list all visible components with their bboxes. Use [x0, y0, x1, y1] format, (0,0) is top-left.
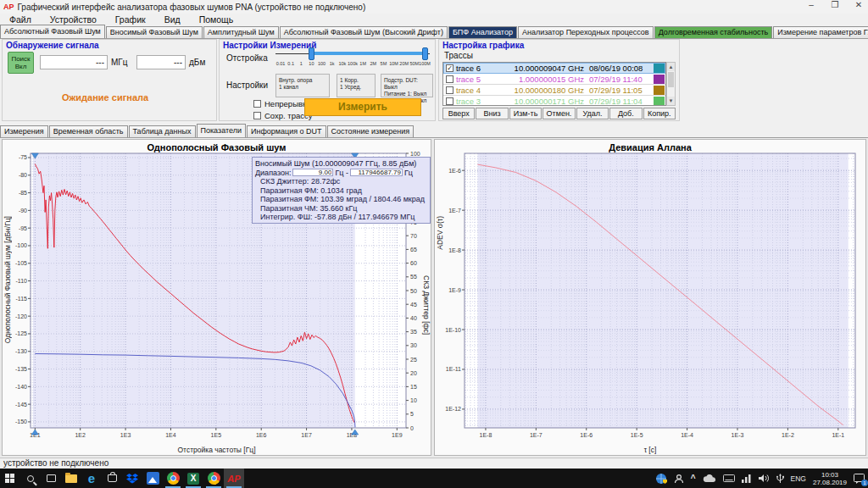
panel-header: Обнаружение сигнала	[6, 41, 99, 50]
taskbar-search-button[interactable]	[20, 469, 41, 488]
dropbox-button[interactable]	[122, 469, 142, 488]
chrome-button[interactable]	[163, 469, 183, 488]
device-button[interactable]	[720, 469, 738, 488]
trace-table-scrollbar[interactable]: ▲ ▼	[666, 62, 676, 106]
trace-checkbox[interactable]	[446, 97, 453, 105]
onedrive-button[interactable]	[699, 469, 720, 488]
main-tab-2[interactable]: Амплитудный Шум	[203, 26, 279, 38]
main-tab-5[interactable]: Анализатор Переходных процессов	[518, 26, 654, 38]
chrome-icon	[167, 472, 180, 485]
trace-checkbox[interactable]	[446, 86, 453, 94]
network-signal-button[interactable]	[738, 469, 755, 488]
trace-button-4[interactable]: Удал.	[576, 108, 609, 119]
svg-text:1E-8: 1E-8	[480, 432, 492, 438]
svg-text:10: 10	[410, 397, 417, 403]
menu-item-4[interactable]: Помощь	[190, 14, 243, 25]
trace-button-2[interactable]: Изм-ть	[509, 108, 542, 119]
start-button[interactable]	[0, 469, 20, 488]
edge-icon: e	[88, 472, 95, 485]
correlation-settings-box[interactable]: 1 Корр. 1 Усред.	[337, 74, 376, 97]
main-tab-3[interactable]: Абсолютный Фазовый Шум (Высокий Дрифт)	[280, 26, 448, 38]
slider-handle-low[interactable]	[309, 47, 314, 60]
svg-text:60: 60	[410, 260, 417, 266]
maximize-button[interactable]: ❐	[829, 0, 841, 9]
trace-row-trace-4[interactable]: trace 410.000000180 GHz07/29/19 11:05	[443, 85, 665, 96]
slider-tick-10: 10	[309, 61, 314, 66]
edge-button[interactable]: e	[81, 469, 102, 488]
scrollbar-thumb[interactable]	[668, 72, 674, 87]
sub-tab-0[interactable]: Измерения	[0, 125, 48, 137]
svg-text:30: 30	[410, 342, 417, 348]
volume-button[interactable]	[755, 469, 773, 488]
svg-text:-140: -140	[15, 384, 27, 390]
trace-row-trace-3[interactable]: trace 310.000000171 GHz07/29/19 11:04	[443, 96, 665, 106]
scroll-up-icon[interactable]: ▲	[667, 63, 675, 71]
action-center-button[interactable]: 1	[850, 469, 868, 488]
sub-tab-4[interactable]: Информация о DUT	[247, 125, 326, 137]
continuous-checkbox[interactable]	[253, 100, 261, 108]
svg-text:1E5: 1E5	[211, 432, 222, 438]
trace-button-1[interactable]: Вниз	[476, 108, 508, 119]
trace-button-6[interactable]: Копир.	[643, 108, 676, 119]
network-status-button[interactable]	[652, 469, 670, 488]
save-trace-checkbox[interactable]	[253, 112, 261, 119]
range-from-field[interactable]	[292, 169, 333, 176]
menu-item-2[interactable]: График	[106, 14, 155, 25]
power-field[interactable]	[136, 55, 186, 69]
menu-item-1[interactable]: Устройство	[41, 14, 106, 25]
trace-checkbox[interactable]: ✓	[446, 64, 453, 72]
reference-settings-box[interactable]: Внутр. опора 1 канал	[275, 74, 330, 97]
close-button[interactable]: ✕	[853, 0, 865, 9]
range-unit-label: Гц	[404, 169, 413, 178]
measure-button[interactable]: Измерить	[304, 98, 421, 116]
sub-tab-3[interactable]: Показатели	[197, 124, 246, 137]
svg-text:-95: -95	[19, 225, 27, 231]
trace-button-5[interactable]: Доб.	[609, 108, 642, 119]
chrome-profile-button[interactable]	[203, 469, 224, 488]
main-tab-6[interactable]: Долговременная стабильность	[654, 26, 773, 38]
search-toggle-button[interactable]: Поиск Вкл	[8, 52, 34, 74]
photos-app-button[interactable]	[142, 469, 163, 488]
sub-tab-2[interactable]: Таблица данных	[129, 125, 196, 137]
allan-deviation-chart-panel: Девиация Аллана 1E-81E-71E-61E-51E-41E-3…	[434, 139, 866, 456]
main-tab-7[interactable]: Измерение параметров ГУН	[773, 26, 868, 38]
task-view-button[interactable]	[41, 469, 61, 488]
sub-tab-1[interactable]: Временная область	[49, 125, 128, 137]
people-icon	[674, 474, 684, 484]
trace-frequency: 10.000000171 GHz	[509, 97, 589, 106]
offset-range-slider[interactable]: 0.010.11101001k10k100k1M2M5M10M20M50M100…	[275, 47, 430, 69]
main-tab-4[interactable]: БПФ Анализатор	[448, 26, 517, 38]
measurement-settings-panel: Настройки Измерений Отстройка 0.010.1110…	[219, 39, 436, 121]
main-tab-0[interactable]: Абсолютный Фазовый Шум	[0, 25, 105, 38]
trace-button-0[interactable]: Вверх	[442, 108, 475, 119]
language-indicator[interactable]: ENG	[787, 469, 810, 488]
menu-item-3[interactable]: Вид	[155, 14, 190, 25]
trace-row-trace-6[interactable]: ✓trace 610.000009047 GHz08/06/19 00:08	[443, 63, 665, 74]
svg-text:1E-1: 1E-1	[832, 432, 844, 438]
minimize-button[interactable]: –	[805, 0, 817, 9]
trace-checkbox[interactable]	[446, 75, 453, 83]
show-hidden-icons-button[interactable]: ^	[687, 469, 699, 488]
slider-handle-high[interactable]	[422, 47, 428, 60]
main-tab-1[interactable]: Вносимый Фазовый Шум	[106, 26, 203, 38]
file-explorer-button[interactable]	[61, 469, 81, 488]
range-to-field[interactable]	[350, 169, 403, 176]
people-button[interactable]	[670, 469, 687, 488]
allan-deviation-plot[interactable]: 1E-81E-71E-61E-51E-41E-31E-21E-11E-61E-7…	[435, 140, 867, 457]
residual-pm-deg-value: Паразитная ФМ: 0.1034 град	[255, 186, 427, 196]
dut-power-settings-box[interactable]: Подстр. DUT: Выкл Питание 1: Выкл Питани…	[381, 74, 433, 97]
trace-row-trace-5[interactable]: trace 51.000000015 GHz07/29/19 11:40	[443, 74, 665, 85]
pna-app-button[interactable]: AP	[224, 469, 244, 488]
windows-taskbar: e X AP ^	[0, 469, 868, 488]
menu-item-0[interactable]: Файл	[0, 14, 41, 25]
frequency-field[interactable]	[40, 55, 108, 69]
usb-button[interactable]	[773, 469, 787, 488]
clock[interactable]: 10:0327.08.2019	[810, 469, 850, 488]
excel-button[interactable]: X	[183, 469, 203, 488]
svg-text:-75: -75	[19, 154, 27, 160]
slider-tick-1M: 1M	[359, 61, 366, 66]
scroll-down-icon[interactable]: ▼	[667, 97, 675, 105]
sub-tab-5[interactable]: Состояние измерения	[327, 125, 415, 137]
store-button[interactable]	[102, 469, 122, 488]
trace-button-3[interactable]: Отмен.	[542, 108, 575, 119]
